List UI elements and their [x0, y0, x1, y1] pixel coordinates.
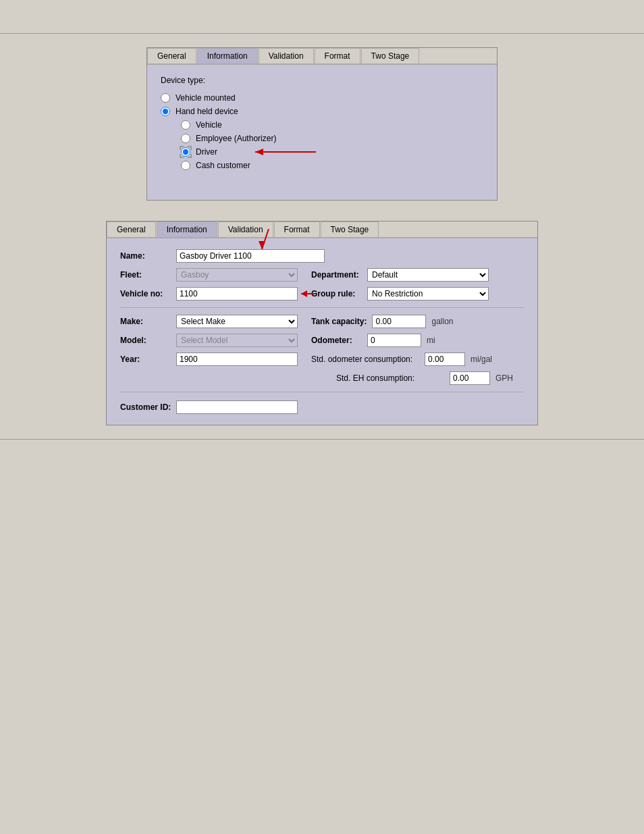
- year-input[interactable]: [176, 353, 298, 366]
- tank-capacity-input[interactable]: [372, 315, 426, 328]
- tab2-information[interactable]: Information: [157, 221, 217, 237]
- tank-capacity-label: Tank capacity:: [311, 317, 367, 326]
- radio-driver-label: Driver: [196, 147, 217, 157]
- department-select[interactable]: Default: [367, 268, 489, 282]
- year-row: Year:: [120, 353, 298, 366]
- radio-driver: Driver: [181, 147, 483, 157]
- group-rule-select[interactable]: No Restriction: [367, 287, 489, 301]
- model-select[interactable]: Select Model: [176, 334, 298, 347]
- name-row: Name:: [120, 249, 524, 263]
- main-content: General Information Validation Format Tw…: [0, 34, 644, 439]
- panel2-content: Name: Fleet: Gasboy Departme: [107, 238, 537, 425]
- tab1-format[interactable]: Format: [315, 48, 360, 63]
- radio-employee: Employee (Authorizer): [181, 134, 483, 143]
- std-eh-input[interactable]: [450, 371, 490, 385]
- tab1-validation[interactable]: Validation: [259, 48, 314, 63]
- group-rule-arrow-icon: [298, 287, 315, 301]
- std-odometer-unit: mi/gal: [471, 355, 492, 364]
- std-eh-unit: GPH: [495, 373, 513, 383]
- customer-id-label: Customer ID:: [120, 402, 171, 412]
- radio-vehicle: Vehicle: [181, 120, 483, 130]
- std-eh-label: Std. EH consumption:: [336, 373, 444, 383]
- svg-marker-3: [259, 241, 265, 249]
- make-label: Make:: [120, 317, 171, 326]
- panel1: General Information Validation Format Tw…: [146, 47, 498, 201]
- tab2-format[interactable]: Format: [274, 221, 320, 237]
- divider2: [120, 392, 524, 392]
- std-eh-row: Std. EH consumption: GPH: [336, 371, 513, 385]
- radio-vehicle-label: Vehicle: [196, 120, 222, 130]
- tab1-information[interactable]: Information: [197, 48, 258, 63]
- fleet-label: Fleet:: [120, 270, 171, 280]
- department-label: Department:: [311, 270, 362, 280]
- group-rule-row: Group rule: No Restriction: [311, 287, 489, 301]
- customer-id-row: Customer ID:: [120, 400, 524, 414]
- panel2-tabs: General Information Validation Format Tw…: [107, 221, 537, 238]
- bottom-bar: [0, 439, 644, 473]
- panel1-tabs: General Information Validation Format Tw…: [147, 48, 497, 65]
- radio-driver-input[interactable]: [181, 147, 190, 157]
- radio-hand-held-label: Hand held device: [176, 107, 238, 116]
- fleet-select[interactable]: Gasboy: [176, 268, 298, 282]
- driver-arrow-icon: [242, 145, 323, 159]
- department-row: Department: Default: [311, 268, 489, 282]
- odometer-input[interactable]: [367, 334, 421, 347]
- radio-vehicle-input[interactable]: [181, 120, 190, 130]
- vehicle-no-input[interactable]: [176, 287, 298, 301]
- radio-hand-held: Hand held device: [161, 107, 483, 116]
- radio-vehicle-mounted-label: Vehicle mounted: [176, 93, 236, 103]
- svg-marker-5: [301, 290, 307, 297]
- radio-hand-held-input[interactable]: [161, 107, 170, 116]
- tab2-general[interactable]: General: [107, 221, 156, 237]
- radio-vehicle-mounted-input[interactable]: [161, 93, 170, 103]
- make-select[interactable]: Select Make: [176, 315, 298, 328]
- panel2: General Information Validation Format Tw…: [106, 221, 538, 425]
- std-odometer-input[interactable]: [425, 353, 465, 366]
- year-label: Year:: [120, 355, 171, 364]
- tab1-twostage[interactable]: Two Stage: [361, 48, 420, 63]
- divider1: [120, 307, 524, 308]
- odometer-row: Odometer: mi: [311, 334, 435, 347]
- std-odometer-row: Std. odometer consumption: mi/gal: [311, 353, 492, 366]
- name-label: Name:: [120, 251, 171, 261]
- radio-employee-input[interactable]: [181, 134, 190, 143]
- name-arrow-icon: [255, 229, 275, 256]
- radio-cash-input[interactable]: [181, 161, 190, 170]
- radio-cash-label: Cash customer: [196, 161, 250, 170]
- fleet-row: Fleet: Gasboy: [120, 268, 298, 282]
- group-rule-label: Group rule:: [311, 289, 362, 298]
- model-label: Model:: [120, 336, 171, 345]
- panel1-content: Device type: Vehicle mounted Hand held d…: [147, 65, 497, 200]
- customer-id-input[interactable]: [176, 400, 298, 414]
- device-type-radio-group: Vehicle mounted Hand held device Vehicle…: [161, 93, 483, 170]
- name-input[interactable]: [176, 249, 325, 263]
- radio-employee-label: Employee (Authorizer): [196, 134, 276, 143]
- radio-cash: Cash customer: [181, 161, 483, 170]
- vehicle-no-row: Vehicle no:: [120, 287, 298, 301]
- top-bar: [0, 0, 644, 34]
- odometer-label: Odometer:: [311, 336, 362, 345]
- svg-marker-1: [255, 149, 263, 155]
- device-type-label: Device type:: [161, 76, 483, 85]
- model-row: Model: Select Model: [120, 334, 298, 347]
- tab2-twostage[interactable]: Two Stage: [321, 221, 379, 237]
- tab1-general[interactable]: General: [147, 48, 196, 63]
- tank-capacity-row: Tank capacity: gallon: [311, 315, 454, 328]
- make-row: Make: Select Make: [120, 315, 298, 328]
- odometer-unit: mi: [427, 336, 435, 345]
- vehicle-no-label: Vehicle no:: [120, 289, 171, 298]
- radio-vehicle-mounted: Vehicle mounted: [161, 93, 483, 103]
- std-odometer-label: Std. odometer consumption:: [311, 355, 419, 364]
- tank-capacity-unit: gallon: [431, 317, 453, 326]
